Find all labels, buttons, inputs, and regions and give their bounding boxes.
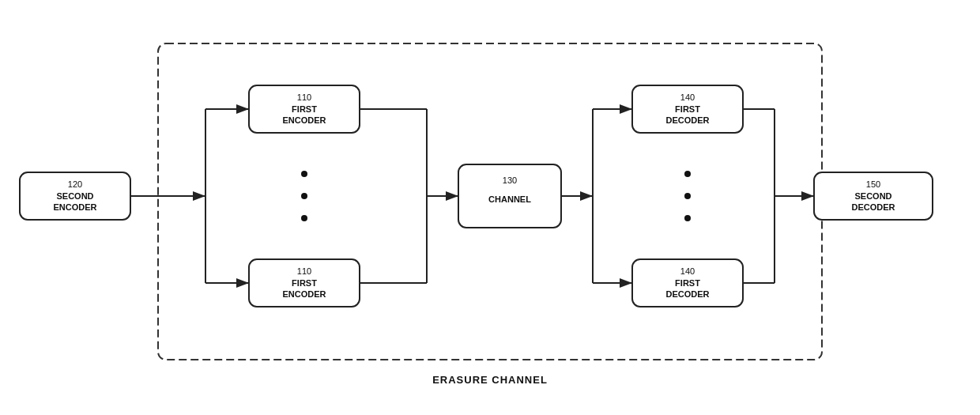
dot1 xyxy=(301,171,307,177)
first-encoder-bottom-num: 110 xyxy=(297,266,311,276)
first-encoder-bottom-line1: FIRST xyxy=(292,278,317,288)
dot4 xyxy=(684,171,691,177)
first-decoder-top-line2: DECODER xyxy=(665,115,709,125)
first-decoder-bottom-line2: DECODER xyxy=(665,289,709,299)
first-decoder-top-line1: FIRST xyxy=(675,104,700,114)
channel-line1: CHANNEL xyxy=(488,194,531,204)
second-encoder-num: 120 xyxy=(68,179,82,189)
second-decoder-line1: SECOND xyxy=(854,191,891,201)
first-decoder-bottom-num: 140 xyxy=(680,266,695,276)
channel-num: 130 xyxy=(503,175,517,185)
first-decoder-bottom-line1: FIRST xyxy=(675,278,700,288)
dot5 xyxy=(684,193,691,199)
dot6 xyxy=(684,215,691,221)
dot3 xyxy=(301,215,307,221)
first-encoder-top-num: 110 xyxy=(297,92,311,102)
second-decoder-line2: DECODER xyxy=(851,202,895,212)
second-decoder-num: 150 xyxy=(866,179,880,189)
second-encoder-line2: ENCODER xyxy=(53,202,96,212)
second-encoder-line1: SECOND xyxy=(56,191,93,201)
first-encoder-top-line2: ENCODER xyxy=(282,115,326,125)
first-encoder-top-line1: FIRST xyxy=(292,104,317,114)
diagram-container: ERASURE CHANNEL 120 SECOND ENCODER 110 F… xyxy=(0,0,980,415)
dot2 xyxy=(301,193,307,199)
erasure-channel-label: ERASURE CHANNEL xyxy=(432,374,548,386)
first-decoder-top-num: 140 xyxy=(680,92,695,102)
first-encoder-bottom-line2: ENCODER xyxy=(282,289,326,299)
